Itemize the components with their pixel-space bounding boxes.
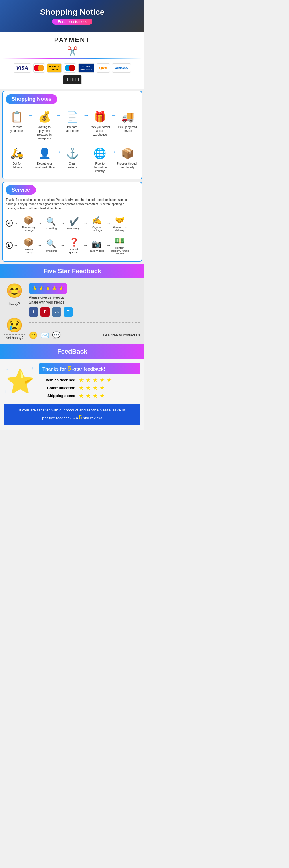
facebook-button[interactable]: f: [29, 307, 38, 316]
service-header: Service: [6, 185, 139, 197]
happy-content: ★ ★ ★ ★ ★ Please give us five-starShare …: [29, 283, 140, 316]
webmoney-logo: WebMoney: [112, 63, 131, 73]
bottom-banner: If your are satisfied with our product a…: [4, 404, 140, 425]
b-arrow-2: →: [61, 243, 65, 248]
music-note-3: ♩: [4, 390, 6, 394]
star-3: ★: [45, 285, 51, 292]
rating-row-1: Item as decribed: ★ ★ ★ ★ ★: [39, 377, 140, 383]
step-customs-label: Clearcustoms: [67, 162, 77, 169]
step-pack-label: Pack your order at our warehouse: [89, 125, 111, 136]
b4-label: Take Videos: [90, 249, 104, 253]
a5-label: Confirm the delivery: [110, 226, 129, 232]
b2-icon: 🔍: [46, 238, 57, 249]
service-step-a4: ✍️ Sign for package: [87, 214, 106, 232]
service-step-a1: 📦 Receiveing package: [19, 214, 38, 232]
music-note-2: ♫: [30, 365, 34, 371]
step-pack: 🎁 Pack your order at our warehouse: [89, 110, 111, 136]
b-arrow-3: →: [83, 243, 87, 248]
pack-icon: 🎁: [93, 110, 106, 124]
qiwi-logo: QIWI: [97, 63, 110, 73]
payment-wait-icon: 💰: [38, 110, 51, 124]
star-5: ★: [59, 285, 64, 292]
rating-label-3: Shipping speed:: [39, 394, 77, 398]
maestro-logo: [64, 63, 76, 73]
boleto-logo: |||||||||: [63, 75, 82, 84]
feedback-right: ★ ★ ★ ★ ★ Please give us five-starShare …: [29, 283, 140, 340]
arrow-8: →: [111, 149, 116, 155]
five-stars-display: ★ ★ ★ ★ ★: [29, 283, 67, 294]
payment-title: PAYMENT: [3, 36, 142, 44]
pinterest-button[interactable]: P: [40, 307, 50, 316]
a1-icon: 📦: [24, 214, 34, 226]
step-flow-label: Flow to destination country: [89, 162, 111, 173]
delivery-icon: 🛵: [10, 146, 24, 161]
b5-label: Confirm problem, refund money: [110, 247, 129, 256]
service-step-b2: 🔍 Checking: [42, 238, 61, 253]
steps-row-1: 📋 Receiveyour order → 💰 Waiting for paym…: [6, 108, 139, 142]
a4-icon: ✍️: [92, 214, 102, 226]
row-a-start-arrow: →: [14, 221, 18, 225]
happy-label: happy?: [4, 302, 25, 306]
a-arrow-4: →: [106, 221, 110, 225]
rating-row-3: Shipping speed: ★ ★ ★ ★: [39, 393, 140, 399]
a2-icon: 🔍: [46, 216, 57, 227]
rating-star-2-2: ★: [86, 385, 91, 391]
email-contact-icon: ✉️: [40, 331, 49, 339]
star-2: ★: [38, 285, 44, 292]
pickup-icon: 🚚: [121, 110, 134, 124]
steps-row-2: 🛵 Out fordelivery → 👤 Depart your local …: [6, 145, 139, 175]
bottom-text-1: If your are satisfied with our product a…: [19, 408, 126, 412]
a3-icon: ✔️: [69, 216, 79, 227]
shopping-notes-header: Shopping Notes: [6, 94, 139, 107]
step-sort-label: Process through sort facility: [117, 162, 138, 169]
happy-section: 😊 happy?: [4, 283, 25, 306]
thanks-row: ♪ ♫ ♩ ⭐ Thanks for 5 -star feedback! Ite…: [4, 363, 140, 400]
big-star-container: ♪ ♫ ♩ ⭐: [4, 368, 36, 395]
thanks-right: Thanks for 5 -star feedback! Item as dec…: [39, 363, 140, 400]
unhappy-section: 😢 Not happy?: [4, 317, 25, 340]
b1-label: Receiving package: [19, 248, 38, 254]
vk-button[interactable]: VK: [52, 307, 61, 316]
thanks-suffix: -star feedback!: [72, 367, 105, 372]
payment-section: PAYMENT ✂️ VISA WESTERNUNION ≡BANKTRANSF…: [0, 32, 145, 89]
arrow-1: →: [28, 113, 34, 119]
payment-divider: [3, 58, 142, 59]
rating-star-3-3: ★: [93, 393, 97, 399]
step-delivery: 🛵 Out fordelivery: [6, 146, 28, 169]
rating-star-2-4: ★: [100, 385, 104, 391]
step-prepare-label: Prepareyour order: [66, 125, 79, 133]
thanks-banner: Thanks for 5 -star feedback!: [39, 363, 140, 374]
row-a-label: A: [6, 220, 13, 226]
receive-icon: 📋: [10, 110, 24, 124]
star-1: ★: [32, 285, 38, 292]
step-delivery-label: Out fordelivery: [12, 162, 22, 169]
service-step-b3: ❓ Goods in question: [65, 237, 83, 254]
payment-logos: VISA WESTERNUNION ≡BANKTRANSFER QIWI Web…: [3, 62, 142, 86]
b2-label: Checking: [46, 249, 57, 253]
contact-message: Feel free to contact us: [64, 333, 140, 337]
header-title: Shopping Notice: [40, 7, 104, 17]
service-row-a: A → 📦 Receiveing package → 🔍 Checking → …: [6, 214, 139, 232]
contact-icons: 😶 ✉️ 💬: [29, 331, 61, 339]
step-sort: 📦 Process through sort facility: [117, 146, 138, 169]
b1-icon: 📦: [24, 237, 34, 248]
arrow-7: →: [83, 149, 89, 155]
service-row-b: B → 📦 Receiving package → 🔍 Checking → ❓…: [6, 235, 139, 256]
social-row: f P VK T: [29, 307, 140, 316]
rating-row-2: Communication: ★ ★ ★ ★: [39, 385, 140, 391]
flow-icon: 🌐: [93, 146, 106, 161]
arrow-6: →: [56, 149, 61, 155]
a1-label: Receiveing package: [19, 226, 38, 232]
bottom-text-2: positice feedback & a: [42, 416, 79, 420]
depart-icon: 👤: [38, 146, 51, 161]
shopping-notes-section: Shopping Notes 📋 Receiveyour order → 💰 W…: [2, 91, 142, 179]
music-note-1: ♪: [6, 367, 8, 371]
header-section: Shopping Notice For all customers: [0, 0, 145, 32]
rating-star-3-2: ★: [86, 393, 91, 399]
rating-star-1-3: ★: [93, 377, 97, 383]
visa-logo: VISA: [13, 63, 31, 73]
service-step-a3: ✔️ No Damage: [65, 216, 83, 230]
five-star-body: 😊 happy? 😢 Not happy? ★ ★ ★ ★: [0, 278, 145, 344]
twitter-button[interactable]: T: [64, 307, 73, 316]
rating-star-2-3: ★: [93, 385, 97, 391]
